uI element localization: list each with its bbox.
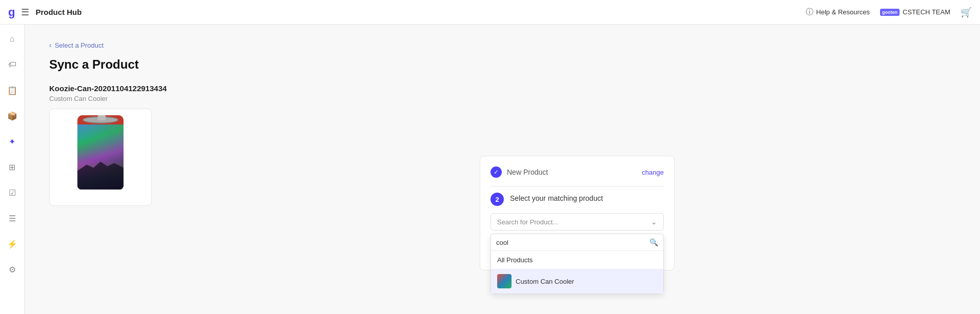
topbar: g ☰ Product Hub ⓘ Help & Resources goote… bbox=[0, 0, 980, 25]
all-products-label: All Products bbox=[497, 256, 533, 264]
back-arrow-icon: ‹ bbox=[49, 41, 52, 49]
sidebar: ⌂ 🏷 📋 📦 ✦ ⊞ ☑ ☰ ⚡ ⚙ bbox=[0, 25, 25, 314]
new-product-left: ✓ New Product bbox=[491, 166, 548, 178]
sidebar-item-box[interactable]: 📦 bbox=[4, 108, 21, 124]
sidebar-item-network[interactable]: ✦ bbox=[4, 133, 21, 150]
chevron-down-icon: ⌄ bbox=[651, 218, 657, 226]
step-2-label: Select your matching product bbox=[510, 193, 603, 202]
product-type: Custom Can Cooler bbox=[49, 95, 955, 102]
product-id: Koozie-Can-20201104122913434 bbox=[49, 84, 955, 93]
dropdown-item-custom-can-cooler[interactable]: Custom Can Cooler bbox=[491, 269, 663, 294]
sidebar-item-settings[interactable]: ⚙ bbox=[4, 261, 21, 278]
page-title: Sync a Product bbox=[49, 57, 955, 72]
product-image-box bbox=[49, 109, 152, 206]
step-2-row: 2 Select your matching product bbox=[491, 193, 664, 206]
sidebar-item-home[interactable]: ⌂ bbox=[4, 31, 21, 47]
step-2-badge: 2 bbox=[491, 193, 504, 206]
sidebar-item-checklist[interactable]: ☑ bbox=[4, 184, 21, 201]
new-product-label: New Product bbox=[507, 168, 548, 176]
search-icon: 🔍 bbox=[649, 238, 658, 246]
help-resources-button[interactable]: ⓘ Help & Resources bbox=[806, 7, 870, 17]
search-input[interactable] bbox=[496, 239, 646, 246]
check-circle: ✓ bbox=[491, 166, 502, 178]
sidebar-item-grid[interactable]: ⊞ bbox=[4, 159, 21, 175]
sidebar-item-list[interactable]: ☰ bbox=[4, 210, 21, 226]
product-thumb bbox=[497, 274, 512, 288]
main-content: ‹ Select a Product Sync a Product Koozie… bbox=[25, 25, 980, 314]
team-badge: gooten bbox=[880, 9, 900, 16]
search-trigger[interactable]: Search for Product... ⌄ bbox=[491, 213, 664, 231]
team-label: gooten CSTECH TEAM bbox=[880, 8, 950, 16]
custom-can-cooler-label: Custom Can Cooler bbox=[516, 278, 574, 285]
breadcrumb-label: Select a Product bbox=[55, 41, 104, 49]
change-link[interactable]: change bbox=[642, 169, 664, 176]
logo: g bbox=[8, 6, 15, 19]
search-trigger-label: Search for Product... bbox=[497, 218, 558, 226]
sidebar-item-clipboard[interactable]: 📋 bbox=[4, 82, 21, 98]
sidebar-item-tag[interactable]: 🏷 bbox=[4, 56, 21, 73]
breadcrumb[interactable]: ‹ Select a Product bbox=[49, 41, 955, 49]
help-resources-label: Help & Resources bbox=[816, 8, 870, 16]
new-product-row: ✓ New Product change bbox=[491, 166, 664, 178]
right-panel: ✓ New Product change 2 Select your match… bbox=[480, 156, 675, 270]
topbar-right: ⓘ Help & Resources gooten CSTECH TEAM 🛒 bbox=[806, 7, 972, 18]
search-dropdown: 🔍 All Products Custom Can Cooler bbox=[491, 234, 664, 294]
cart-icon[interactable]: 🛒 bbox=[961, 7, 972, 18]
team-name: CSTECH TEAM bbox=[903, 8, 950, 16]
dropdown-item-all-products[interactable]: All Products bbox=[491, 251, 663, 269]
search-input-row: 🔍 bbox=[491, 234, 663, 251]
menu-icon[interactable]: ☰ bbox=[21, 7, 29, 18]
topbar-title: Product Hub bbox=[35, 8, 806, 16]
divider-1 bbox=[491, 186, 664, 186]
content-area: Koozie-Can-20201104122913434 Custom Can … bbox=[49, 84, 955, 206]
help-circle-icon: ⓘ bbox=[806, 7, 813, 17]
sidebar-item-code[interactable]: ⚡ bbox=[4, 236, 21, 252]
search-dropdown-container: Search for Product... ⌄ 🔍 All Products bbox=[491, 213, 664, 231]
